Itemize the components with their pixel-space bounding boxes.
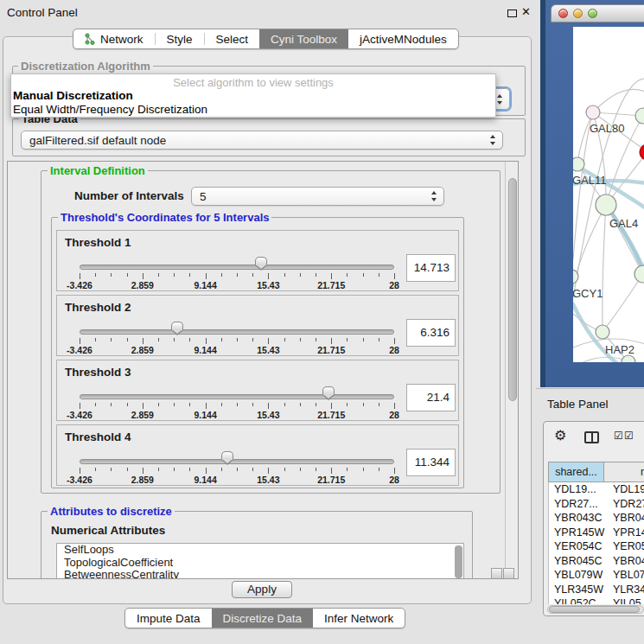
tab-network[interactable]: Network (73, 29, 155, 49)
table-cell-name[interactable]: YBR04 (604, 512, 644, 524)
table-cell-name[interactable]: YDR27 (604, 498, 644, 510)
slider-tick (206, 468, 207, 474)
table-cell-shared-name[interactable]: YBR043C (549, 512, 604, 524)
network-node[interactable] (635, 108, 644, 124)
algorithm-option-manual-discretization[interactable]: Manual Discretization (11, 89, 495, 103)
attribute-list-item[interactable]: SelfLoops (57, 544, 463, 557)
window-close-button[interactable] (558, 9, 568, 18)
network-node[interactable] (586, 105, 600, 119)
tab-cyni-toolbox[interactable]: Cyni Toolbox (259, 29, 348, 49)
tab-discretize-data[interactable]: Discretize Data (212, 608, 314, 628)
slider-tick (237, 273, 238, 277)
table-cell-name[interactable]: YER05 (604, 540, 644, 552)
table-data-combobox[interactable]: galFiltered.sif default node (21, 131, 503, 150)
checkbox-icon[interactable]: ☑ (614, 430, 623, 442)
table-row[interactable]: YDR27...YDR27 (549, 497, 644, 512)
network-node[interactable] (596, 194, 616, 215)
table-row[interactable]: YLR345WYLR34 (549, 583, 644, 597)
table-row[interactable]: YBR045CYBR04 (549, 554, 644, 569)
column-header-name[interactable]: na (604, 462, 644, 481)
network-node[interactable] (596, 325, 609, 339)
number-of-intervals-combobox[interactable]: 5 (191, 187, 444, 206)
threshold-value-field[interactable]: 6.316 (406, 319, 456, 347)
apply-button[interactable]: Apply (232, 581, 292, 598)
float-panel-icon[interactable] (507, 10, 517, 17)
network-node[interactable] (573, 157, 584, 171)
column-header-shared-name[interactable]: shared... (549, 462, 604, 481)
threshold-value-field[interactable]: 11.344 (406, 449, 456, 476)
threshold-value-field[interactable]: 14.713 (406, 254, 456, 282)
slider-tick (363, 403, 364, 406)
slider-track[interactable] (80, 265, 394, 270)
slider-tick (80, 338, 80, 344)
slider-tick-label: 28 (389, 280, 399, 290)
table-cell-shared-name[interactable]: YLR345W (549, 583, 604, 596)
network-edge (573, 79, 644, 298)
table-row[interactable]: YBR043CYBR04 (549, 511, 644, 526)
network-window-titlebar[interactable] (551, 4, 644, 22)
network-canvas[interactable]: GAL80GACGAL11GAL4GCY1HHAP2 (573, 27, 644, 362)
table-cell-name[interactable]: YPR14 (604, 526, 644, 539)
network-node-label: GCY1 (573, 287, 603, 300)
table-cell-shared-name[interactable]: YDR27... (549, 498, 604, 510)
table-cell-shared-name[interactable]: YPR145W (549, 526, 604, 539)
slider-tick (189, 338, 190, 341)
threshold-value-field[interactable]: 21.4 (406, 384, 456, 411)
list-scrollbar-thumb[interactable] (455, 545, 462, 578)
tab-style[interactable]: Style (156, 29, 204, 49)
table-row[interactable]: YER054CYER05 (549, 539, 644, 554)
table-cell-shared-name[interactable]: YBL079W (549, 569, 604, 581)
slider-tick (237, 338, 238, 341)
slider-thumb[interactable] (221, 451, 233, 460)
table-cell-shared-name[interactable]: YDL19... (549, 483, 604, 495)
table-cell-name[interactable]: YIL05 (604, 597, 644, 604)
vertical-scrollbar-thumb[interactable] (508, 178, 517, 401)
table-panel: ⚙ ☑ ☑ shared... na YDL19...YDL19YDR27...… (543, 421, 644, 616)
threshold-row: Threshold 2-3.4262.8599.14415.4321.71528… (56, 295, 459, 356)
vertical-scrollbar[interactable] (505, 162, 519, 579)
table-cell-name[interactable]: YLR34 (604, 583, 644, 596)
slider-track[interactable] (80, 459, 394, 464)
tab-jactivemnodules[interactable]: jActiveMNodules (348, 29, 458, 49)
slider-thumb[interactable] (171, 322, 183, 330)
tab-select[interactable]: Select (205, 29, 260, 49)
tab-impute-data[interactable]: Impute Data (125, 608, 212, 628)
table-cell-shared-name[interactable]: YBR045C (549, 555, 604, 567)
table-row[interactable]: YIL052CYIL05 (549, 596, 644, 604)
slider-track[interactable] (80, 329, 394, 335)
network-node[interactable] (634, 265, 644, 283)
slider-tick (127, 403, 128, 406)
horizontal-scrollbar-thumb[interactable] (549, 606, 640, 613)
table-cell-shared-name[interactable]: YIL052C (549, 597, 604, 604)
table-cell-name[interactable]: YDL19 (604, 483, 644, 495)
close-panel-icon[interactable]: ✕ (521, 5, 531, 18)
slider-tick (237, 403, 238, 406)
table-cell-shared-name[interactable]: YER054C (549, 540, 604, 552)
slider-thumb[interactable] (255, 257, 267, 265)
numerical-attributes-list[interactable]: SelfLoopsTopologicalCoefficientBetweenne… (56, 543, 464, 579)
horizontal-scrollbar[interactable] (547, 605, 644, 614)
tab-infer-network[interactable]: Infer Network (313, 608, 405, 628)
scrollbar-down-button[interactable] (503, 568, 514, 579)
table-cell-name[interactable]: YBL07 (604, 569, 644, 581)
scrollbar-up-button[interactable] (491, 568, 502, 579)
network-node-label: GAL4 (609, 217, 638, 230)
slider-track[interactable] (80, 394, 394, 399)
attribute-list-item[interactable]: TopologicalCoefficient (57, 557, 463, 570)
slider-thumb[interactable] (322, 386, 335, 395)
table-row[interactable]: YPR145WYPR14 (549, 526, 644, 540)
table-row[interactable]: YDL19...YDL19 (549, 482, 644, 497)
gear-icon[interactable]: ⚙ (554, 428, 566, 443)
table-cell-name[interactable]: YBR04 (604, 555, 644, 567)
table-row[interactable]: YBL079WYBL07 (549, 568, 644, 583)
columns-icon[interactable] (584, 431, 599, 443)
window-minimize-button[interactable] (573, 9, 583, 18)
slider-tick (174, 403, 175, 406)
slider-tick-label: 9.144 (194, 475, 216, 485)
checkbox-icon[interactable]: ☑ (624, 430, 634, 442)
threshold-label: Threshold 2 (65, 301, 131, 314)
window-zoom-button[interactable] (588, 9, 597, 18)
slider-tick (331, 273, 332, 279)
attribute-list-item[interactable]: BetweennessCentrality (57, 569, 463, 579)
algorithm-option-equal-width-frequency-discretization[interactable]: Equal Width/Frequency Discretization (11, 103, 495, 117)
